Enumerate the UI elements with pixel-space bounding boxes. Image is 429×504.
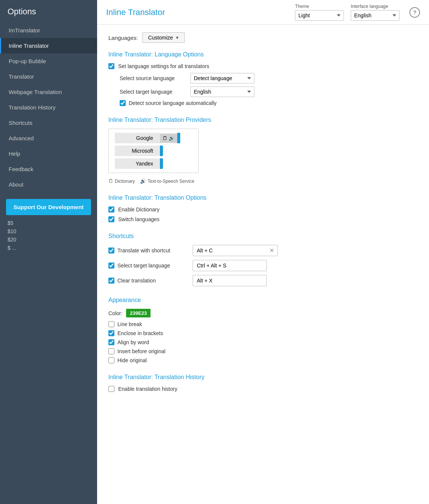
set-all-checkbox[interactable] xyxy=(108,63,114,69)
align-word-label: Align by word xyxy=(117,339,149,345)
sidebar-item-inline-translator[interactable]: Inline Translator xyxy=(0,38,97,53)
provider-microsoft-bar xyxy=(160,146,163,156)
languages-label: Languages: xyxy=(108,35,138,41)
align-word-checkbox[interactable] xyxy=(108,339,114,345)
target-language-select[interactable]: English French German xyxy=(190,87,254,97)
enable-dict-checkbox[interactable] xyxy=(108,206,114,213)
enclose-brackets-label: Enclose in brackets xyxy=(117,330,163,336)
appearance-section: Appearance Color: 239E23 Line break Encl… xyxy=(108,297,418,363)
provider-google-name: Google xyxy=(115,133,160,143)
interface-language-select[interactable]: English French German xyxy=(351,10,400,21)
shortcut-target-lang-label-wrap: Select target language xyxy=(108,263,187,269)
page-title: Inline Translator xyxy=(106,8,295,17)
shortcut-target-lang-label: Select target language xyxy=(117,263,170,269)
detect-auto-checkbox[interactable] xyxy=(120,100,126,106)
shortcut-translate-clear[interactable]: ✕ xyxy=(266,246,277,255)
help-icon[interactable]: ? xyxy=(409,7,420,18)
provider-yandex-bar xyxy=(160,158,163,169)
translation-history-section: Inline Translator: Translation History E… xyxy=(108,374,418,392)
appearance-line-break: Line break xyxy=(108,321,418,327)
sidebar-item-imtranslator[interactable]: ImTranslator xyxy=(0,23,97,38)
source-language-select[interactable]: Detect language English French xyxy=(190,73,254,83)
sidebar-item-advanced[interactable]: Advanced xyxy=(0,131,97,146)
customize-button[interactable]: Customize ▼ xyxy=(142,32,185,43)
sidebar-item-popup-bubble[interactable]: Pop-up Bubble xyxy=(0,53,97,69)
shortcut-translate-input-wrap: ✕ xyxy=(193,245,278,256)
provider-microsoft-name: Microsoft xyxy=(115,146,160,156)
shortcut-translate-label: Translate with shortcut xyxy=(117,247,170,254)
enable-history-checkbox[interactable] xyxy=(108,386,114,392)
provider-legend: 🗒 Dictionary 🔊 Text-to-Speech Service xyxy=(108,178,418,184)
color-swatch[interactable]: 239E23 xyxy=(126,309,151,317)
provider-yandex-name: Yandex xyxy=(115,158,160,169)
appearance-insert-before: Insert before original xyxy=(108,348,418,354)
switch-languages-checkbox[interactable] xyxy=(108,216,114,222)
color-label: Color: xyxy=(108,310,122,316)
detect-auto-label: Detect source language automatically xyxy=(129,100,216,106)
source-language-row: Select source language Detect language E… xyxy=(108,73,418,83)
sidebar-item-help[interactable]: Help xyxy=(0,146,97,161)
switch-languages-label: Switch languages xyxy=(118,216,160,222)
translation-options-heading: Inline Translator: Translation Options xyxy=(108,194,418,201)
provider-google-icons: 🗒 🔊 xyxy=(160,134,177,143)
appearance-heading: Appearance xyxy=(108,297,418,304)
sidebar-item-translation-history[interactable]: Translation History xyxy=(0,100,97,115)
source-language-label: Select source language xyxy=(120,75,187,81)
shortcut-clear-input-wrap xyxy=(193,275,267,286)
support-button[interactable]: Support Our Development xyxy=(6,199,91,215)
detect-auto-row: Detect source language automatically xyxy=(108,100,418,106)
sidebar-item-translator[interactable]: Translator xyxy=(0,69,97,84)
legend-tts: 🔊 Text-to-Speech Service xyxy=(140,178,194,184)
customize-arrow-icon: ▼ xyxy=(175,35,180,40)
languages-row: Languages: Customize ▼ xyxy=(108,32,418,43)
shortcut-clear-label-wrap: Clear translation xyxy=(108,278,187,284)
shortcut-translate-checkbox[interactable] xyxy=(108,247,114,254)
shortcut-translate-label-wrap: Translate with shortcut xyxy=(108,247,187,254)
legend-tts-icon: 🔊 xyxy=(140,178,146,184)
insert-before-label: Insert before original xyxy=(117,348,166,354)
set-all-row: Set language settings for all translator… xyxy=(108,63,418,69)
line-break-checkbox[interactable] xyxy=(108,321,114,327)
header: Inline Translator Theme Light Dark Inter… xyxy=(97,0,429,25)
sidebar: Options ImTranslator Inline Translator P… xyxy=(0,0,97,504)
enable-history-label: Enable translation history xyxy=(118,386,177,392)
insert-before-checkbox[interactable] xyxy=(108,348,114,354)
shortcut-target-lang-input-wrap xyxy=(193,260,267,271)
hide-original-checkbox[interactable] xyxy=(108,357,114,363)
shortcut-target-lang-input[interactable] xyxy=(193,260,266,271)
providers-box: Google 🗒 🔊 Microsoft Yandex xyxy=(108,129,199,173)
legend-dict-label: Dictionary xyxy=(115,179,135,184)
sidebar-item-feedback[interactable]: Feedback xyxy=(0,161,97,177)
shortcut-clear-checkbox[interactable] xyxy=(108,278,114,284)
switch-languages-row: Switch languages xyxy=(108,216,418,222)
sidebar-item-webpage-translation[interactable]: Webpage Translation xyxy=(0,84,97,100)
language-options-section: Inline Translator: Language Options Set … xyxy=(108,51,418,106)
donation-20[interactable]: $20 xyxy=(0,235,97,244)
donation-10[interactable]: $10 xyxy=(0,227,97,235)
shortcut-translate-input[interactable] xyxy=(193,245,266,256)
shortcut-clear-label: Clear translation xyxy=(117,278,156,284)
header-controls: Theme Light Dark Interface language Engl… xyxy=(295,4,420,21)
sidebar-title: Options xyxy=(0,0,97,23)
legend-dict: 🗒 Dictionary xyxy=(108,178,135,184)
donation-custom[interactable]: $ ... xyxy=(0,244,97,252)
provider-yandex: Yandex xyxy=(115,158,192,169)
shortcuts-heading: Shortcuts xyxy=(108,233,418,240)
shortcuts-section: Shortcuts Translate with shortcut ✕ Sele… xyxy=(108,233,418,286)
content-area: Languages: Customize ▼ Inline Translator… xyxy=(97,25,429,414)
shortcut-clear-input[interactable] xyxy=(193,275,266,286)
theme-select[interactable]: Light Dark xyxy=(295,10,344,21)
enable-dict-row: Enable Dictionary xyxy=(108,206,418,213)
sidebar-item-about[interactable]: About xyxy=(0,177,97,192)
enclose-brackets-checkbox[interactable] xyxy=(108,330,114,336)
shortcut-translate-row: Translate with shortcut ✕ xyxy=(108,245,418,256)
donation-5[interactable]: $5 xyxy=(0,219,97,227)
shortcut-target-lang-checkbox[interactable] xyxy=(108,263,114,269)
translation-providers-heading: Inline Translator: Translation Providers xyxy=(108,117,418,123)
set-all-label: Set language settings for all translator… xyxy=(118,63,209,69)
provider-google: Google 🗒 🔊 xyxy=(115,133,192,143)
main-content: Inline Translator Theme Light Dark Inter… xyxy=(97,0,429,504)
hide-original-label: Hide original xyxy=(117,357,147,363)
interface-language-control: Interface language English French German xyxy=(351,4,400,21)
sidebar-item-shortcuts[interactable]: Shortcuts xyxy=(0,115,97,131)
